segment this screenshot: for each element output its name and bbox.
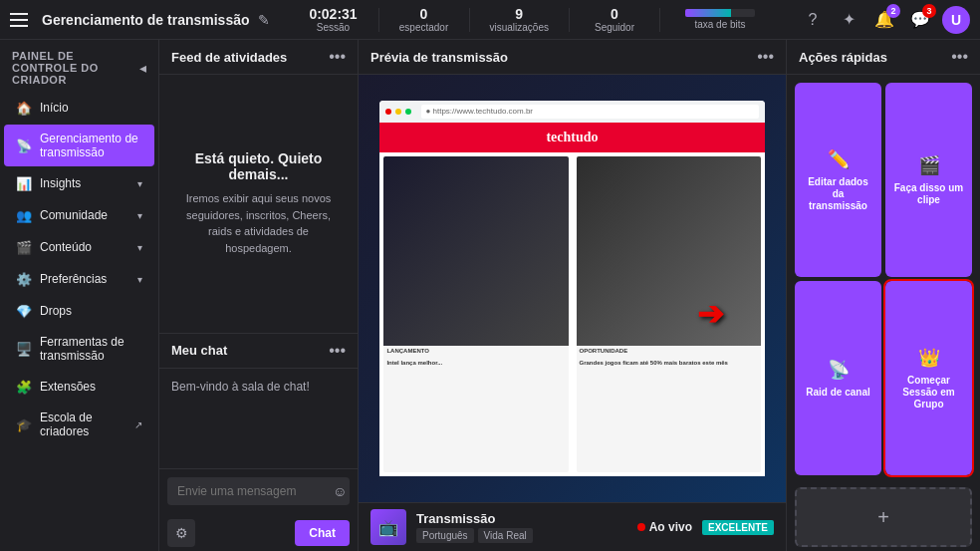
- chat-menu-icon[interactable]: •••: [329, 342, 346, 360]
- sidebar-item-label: Início: [40, 101, 142, 115]
- techtudo-logo: techtudo: [546, 130, 598, 145]
- followers-label: Seguidor: [595, 22, 634, 33]
- quality-badge: EXCELENTE: [702, 520, 774, 535]
- qa-clip-label: Faça disso um clipe: [893, 182, 964, 206]
- activity-feed-empty-desc: Iremos exibir aqui seus novos seguidores…: [175, 190, 342, 256]
- techtudo-header: techtudo: [379, 123, 764, 152]
- browser-content: techtudo LANÇAMENTOIntel lança melhor...…: [379, 123, 764, 477]
- left-panel: Feed de atividades ••• Está quieto. Quie…: [159, 40, 359, 551]
- viz-count: 9: [515, 6, 523, 22]
- stream-tag-1: Português: [416, 528, 474, 543]
- stat-visualizations: 9 visualizações: [490, 6, 549, 33]
- viz-label: visualizações: [490, 22, 549, 33]
- chevron-down-icon: ▾: [137, 274, 142, 285]
- quick-action-edit[interactable]: ✏️ Editar dados da transmissão: [795, 83, 881, 277]
- avatar[interactable]: U: [942, 6, 970, 34]
- live-dot: [637, 523, 645, 531]
- stream-meta: Transmissão Português Vida Real: [416, 511, 627, 543]
- chat-messages: Bem-vindo à sala de chat!: [159, 369, 358, 469]
- sidebar-item-label: Preferências: [40, 272, 129, 286]
- insights-icon: 📊: [16, 175, 32, 191]
- activity-feed-title: Feed de atividades: [171, 50, 287, 65]
- stream-preview-header: Prévia de transmissão •••: [359, 40, 786, 75]
- sidebar-item-label: Ferramentas de transmissão: [40, 335, 142, 363]
- sidebar-item-insights[interactable]: 📊 Insights ▾: [4, 168, 154, 198]
- topbar-stats: 0:02:31 Sessão 0 espectador 9 visualizaç…: [280, 6, 789, 33]
- card-image-1: [383, 156, 568, 347]
- topbar-left: Gerenciamento de transmissão ✎: [10, 8, 270, 32]
- broadcast-icon: 📡: [16, 138, 32, 153]
- viewers-label: espectador: [399, 22, 448, 33]
- followers-count: 0: [611, 6, 618, 22]
- stat-session: 0:02:31 Sessão: [309, 6, 359, 33]
- quick-actions-title: Ações rápidas: [799, 50, 887, 65]
- live-text: Ao vivo: [649, 520, 692, 534]
- quick-action-squad[interactable]: 👑 Começar Sessão em Grupo: [885, 281, 972, 475]
- clip-icon: 🎬: [918, 154, 940, 176]
- chat-send-button[interactable]: Chat: [295, 520, 350, 546]
- techtudo-card-1: LANÇAMENTOIntel lança melhor...: [383, 156, 568, 473]
- sidebar-item-inicio[interactable]: 🏠 Início: [4, 93, 154, 123]
- sidebar-item-label: Comunidade: [40, 208, 129, 222]
- sidebar-item-label: Conteúdo: [40, 240, 129, 254]
- notifications-button[interactable]: 🔔 2: [870, 6, 898, 34]
- sidebar-item-escola[interactable]: 🎓 Escola de criadores ↗: [4, 404, 154, 445]
- chat-bottom-bar: ⚙ Chat: [159, 513, 358, 551]
- sidebar-item-extensoes[interactable]: 🧩 Extensões: [4, 372, 154, 402]
- plus-icon: +: [877, 506, 889, 529]
- chat-input-area: ☺: [159, 468, 358, 513]
- sidebar-item-preferencias[interactable]: ⚙️ Preferências ▾: [4, 264, 154, 294]
- stream-preview-title: Prévia de transmissão: [370, 50, 508, 65]
- rewards-icon[interactable]: ✦: [835, 6, 862, 34]
- stream-preview-menu-icon[interactable]: •••: [757, 48, 774, 66]
- quick-actions-header: Ações rápidas •••: [787, 40, 980, 75]
- card-label-2: OPORTUNIDADEGrandes jogos ficam até 50% …: [577, 346, 761, 368]
- squad-icon: 👑: [918, 347, 940, 369]
- activity-feed-menu-icon[interactable]: •••: [329, 48, 346, 66]
- school-icon: 🎓: [16, 416, 32, 432]
- extensions-icon: 🧩: [16, 379, 32, 395]
- notifications-badge: 2: [886, 4, 900, 18]
- topbar-right: ? ✦ 🔔 2 💬 3 U: [799, 6, 970, 34]
- emoji-icon[interactable]: ☺: [333, 483, 347, 499]
- sidebar-item-transmissao[interactable]: 📡 Gerenciamento de transmissão: [4, 125, 154, 166]
- sidebar-item-label: Extensões: [40, 380, 142, 394]
- stream-tag-2: Vida Real: [478, 528, 533, 543]
- raid-icon: 📡: [828, 359, 850, 381]
- sidebar-item-ferramentas[interactable]: 🖥️ Ferramentas de transmissão: [4, 328, 154, 370]
- chat-input[interactable]: [177, 484, 327, 498]
- sidebar-collapse-icon[interactable]: ◂: [139, 60, 146, 76]
- stream-tags: Português Vida Real: [416, 528, 627, 543]
- quick-action-raid[interactable]: 📡 Raid de canal: [795, 281, 881, 475]
- sidebar: PAINEL DE CONTROLE DO CRIADOR ◂ 🏠 Início…: [0, 40, 159, 551]
- session-time: 0:02:31: [309, 6, 357, 22]
- arrow-overlay: ➔: [697, 295, 724, 333]
- stream-info-bar: 📺 Transmissão Português Vida Real Ao viv…: [359, 502, 786, 551]
- add-quick-action-button[interactable]: +: [795, 487, 972, 547]
- edit-title-icon[interactable]: ✎: [258, 12, 270, 28]
- stat-followers: 0 Seguidor: [590, 6, 639, 33]
- community-icon: 👥: [16, 207, 32, 223]
- chat-input-wrapper: ☺: [167, 477, 350, 505]
- chat-settings-button[interactable]: ⚙: [167, 519, 195, 547]
- sidebar-item-conteudo[interactable]: 🎬 Conteúdo ▾: [4, 232, 154, 262]
- stat-bitrate: taxa de bits: [680, 9, 760, 30]
- browser-min-dot: [395, 109, 401, 115]
- viewers-count: 0: [420, 6, 428, 22]
- inbox-button[interactable]: 💬 3: [906, 6, 934, 34]
- quick-actions-menu-icon[interactable]: •••: [951, 48, 968, 66]
- edit-icon: ✏️: [828, 148, 850, 170]
- sidebar-item-comunidade[interactable]: 👥 Comunidade ▾: [4, 200, 154, 230]
- help-button[interactable]: ?: [799, 6, 827, 34]
- hamburger-icon[interactable]: [10, 8, 34, 32]
- sidebar-item-drops[interactable]: 💎 Drops: [4, 296, 154, 326]
- bitrate-bar-fill: [685, 9, 731, 17]
- activity-feed-empty: Está quieto. Quieto demais... Iremos exi…: [159, 75, 358, 333]
- topbar: Gerenciamento de transmissão ✎ 0:02:31 S…: [0, 0, 980, 40]
- techtudo-content: LANÇAMENTOIntel lança melhor... OPORTUNI…: [379, 152, 764, 477]
- quick-action-clip[interactable]: 🎬 Faça disso um clipe: [885, 83, 972, 277]
- bitrate-label: taxa de bits: [694, 19, 745, 30]
- tools-icon: 🖥️: [16, 341, 32, 357]
- sidebar-header: PAINEL DE CONTROLE DO CRIADOR ◂: [0, 40, 158, 92]
- sidebar-item-label: Gerenciamento de transmissão: [40, 132, 142, 159]
